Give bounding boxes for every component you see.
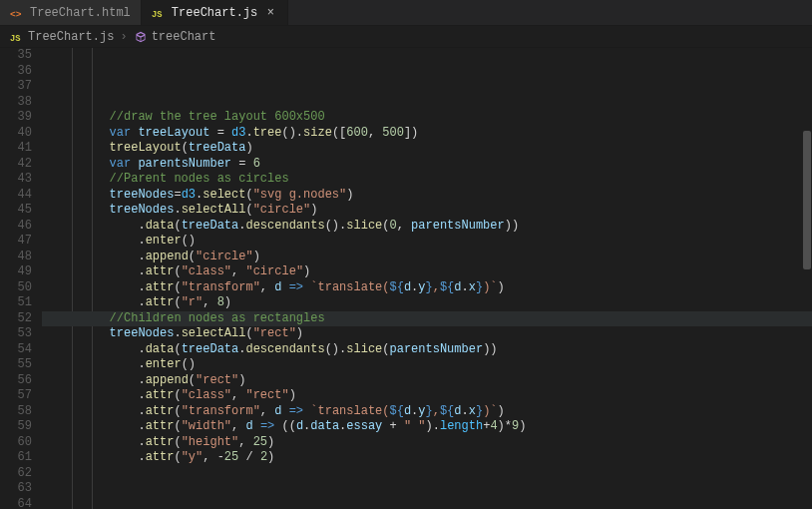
code-line[interactable]: .attr("r", 8): [42, 295, 812, 311]
tab-bar: <> TreeChart.html JS TreeChart.js ×: [0, 0, 812, 26]
code-line[interactable]: .data(treeData.descendants().slice(paren…: [42, 342, 812, 358]
line-number: 37: [0, 79, 32, 95]
line-number: 45: [0, 203, 32, 219]
line-number: 49: [0, 264, 32, 280]
line-number: 36: [0, 64, 32, 80]
code-line[interactable]: .attr("width", d => ((d.data.essay + " "…: [42, 419, 812, 435]
tab-treechart-js[interactable]: JS TreeChart.js ×: [142, 0, 288, 25]
code-line[interactable]: var parentsNumber = 6: [42, 157, 812, 173]
svg-text:JS: JS: [152, 9, 163, 19]
line-number: 54: [0, 342, 32, 358]
js-icon: JS: [152, 6, 166, 20]
code-line[interactable]: .append("circle"): [42, 250, 812, 265]
line-number: 44: [0, 188, 32, 204]
code-line[interactable]: //draw the tree layout 600x500: [42, 110, 812, 126]
line-number: 55: [0, 357, 32, 373]
code-line[interactable]: .attr("transform", d => `translate(${d.y…: [42, 280, 812, 296]
tab-label: TreeChart.js: [172, 6, 257, 20]
code-line[interactable]: treeNodes.selectAll("circle"): [42, 203, 812, 219]
line-number: 48: [0, 250, 32, 265]
tab-label: TreeChart.html: [30, 6, 131, 20]
line-number: 57: [0, 388, 32, 404]
line-number: 40: [0, 126, 32, 142]
code-line[interactable]: //Parent nodes as circles: [42, 172, 812, 188]
scrollbar-thumb[interactable]: [803, 131, 811, 269]
line-number: 35: [0, 48, 32, 64]
scrollbar-vertical[interactable]: [802, 48, 812, 509]
line-number: 47: [0, 234, 32, 250]
breadcrumb[interactable]: JS TreeChart.js › treeChart: [0, 26, 812, 48]
tab-treechart-html[interactable]: <> TreeChart.html: [0, 0, 142, 25]
svg-text:JS: JS: [10, 33, 21, 43]
line-number-gutter: 3536373839404142434445464748495051525354…: [0, 48, 42, 509]
code-line[interactable]: //Children nodes as rectangles: [42, 311, 812, 327]
line-number: 60: [0, 435, 32, 451]
close-icon[interactable]: ×: [263, 6, 277, 20]
code-line[interactable]: .data(treeData.descendants().slice(0, pa…: [42, 219, 812, 235]
code-line[interactable]: treeNodes.selectAll("rect"): [42, 326, 812, 342]
line-number: 56: [0, 373, 32, 389]
line-number: 62: [0, 466, 32, 482]
code-line[interactable]: .attr("class", "circle"): [42, 264, 812, 280]
line-number: 38: [0, 95, 32, 111]
line-number: 51: [0, 295, 32, 311]
line-number: 50: [0, 280, 32, 296]
code-area[interactable]: //draw the tree layout 600x500 var treeL…: [42, 48, 812, 509]
code-line[interactable]: .attr("class", "rect"): [42, 388, 812, 404]
code-line[interactable]: [42, 95, 812, 111]
line-number: 58: [0, 404, 32, 420]
line-number: 61: [0, 450, 32, 466]
breadcrumb-symbol[interactable]: treeChart: [152, 30, 216, 44]
code-line[interactable]: .attr("y", -25 / 2): [42, 450, 812, 466]
cube-icon: [134, 30, 148, 44]
svg-text:<>: <>: [10, 8, 22, 19]
js-icon: JS: [10, 30, 24, 44]
code-line[interactable]: .append("rect"): [42, 373, 812, 389]
html-icon: <>: [10, 6, 24, 20]
code-line[interactable]: .enter(): [42, 234, 812, 250]
code-line[interactable]: .enter(): [42, 357, 812, 373]
code-line[interactable]: .attr("transform", d => `translate(${d.y…: [42, 404, 812, 420]
line-number: 46: [0, 219, 32, 235]
code-line[interactable]: treeNodes=d3.select("svg g.nodes"): [42, 188, 812, 204]
code-editor[interactable]: 3536373839404142434445464748495051525354…: [0, 48, 812, 509]
line-number: 64: [0, 497, 32, 510]
breadcrumb-file[interactable]: TreeChart.js: [28, 30, 114, 44]
chevron-right-icon: ›: [118, 30, 129, 44]
line-number: 39: [0, 110, 32, 126]
line-number: 52: [0, 311, 32, 327]
line-number: 41: [0, 141, 32, 157]
line-number: 42: [0, 157, 32, 173]
line-number: 53: [0, 326, 32, 342]
line-number: 59: [0, 419, 32, 435]
line-number: 63: [0, 481, 32, 497]
line-number: 43: [0, 172, 32, 188]
code-line[interactable]: var treeLayout = d3.tree().size([600, 50…: [42, 126, 812, 142]
code-line[interactable]: .attr("height", 25): [42, 435, 812, 451]
code-line[interactable]: treeLayout(treeData): [42, 141, 812, 157]
